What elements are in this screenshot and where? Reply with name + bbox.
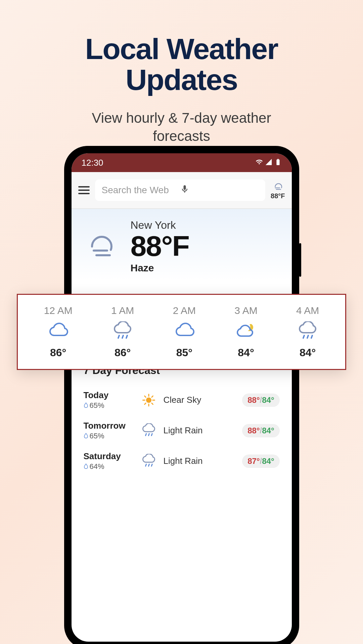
forecast-day: Tomorrow65% — [84, 421, 134, 440]
forecast-day: Today65% — [84, 390, 134, 410]
phone-screen: 12:30 Search the Web — [72, 153, 292, 642]
sun-icon — [139, 393, 159, 408]
current-weather-panel: New York 88°F Haze — [72, 209, 292, 280]
haze-icon — [271, 181, 285, 192]
forecast-humidity: 65% — [84, 401, 134, 410]
forecast-humidity: 64% — [84, 462, 134, 471]
forecast-row[interactable]: Saturday64%Light Rain87°/84° — [82, 446, 282, 476]
promo-title: Local Weather Updates — [0, 0, 363, 96]
forecast-temps: 88°/84° — [242, 424, 279, 437]
hourly-time: 2 AM — [173, 305, 196, 316]
forecast-day-name: Saturday — [84, 451, 134, 462]
hourly-item[interactable]: 12 AM86° — [44, 305, 73, 359]
forecast-day: Saturday64% — [84, 451, 134, 471]
phone-frame: 12:30 Search the Web — [64, 146, 299, 644]
cell-signal-icon — [265, 158, 272, 168]
forecast-high: 87° — [247, 457, 260, 466]
rain-icon — [111, 320, 134, 343]
status-time: 12:30 — [82, 158, 103, 168]
forecast-row[interactable]: Tomorrow65%Light Rain88°/84° — [82, 415, 282, 446]
search-placeholder: Search the Web — [102, 185, 180, 196]
toolbar-weather-temp: 88°F — [271, 192, 285, 200]
rain-icon — [139, 423, 159, 438]
status-bar: 12:30 — [72, 153, 292, 172]
hourly-time: 4 AM — [296, 305, 319, 316]
forecast-list[interactable]: Today65%Clear Sky88°/84°Tomorrow65%Light… — [82, 385, 282, 476]
hourly-temp: 84° — [234, 346, 257, 359]
forecast-condition: Light Rain — [164, 425, 238, 436]
forecast-humidity: 65% — [84, 432, 134, 440]
hourly-item[interactable]: 3 AM84° — [234, 305, 257, 359]
current-temp: 88°F — [131, 231, 189, 260]
battery-icon — [274, 158, 282, 168]
microphone-icon[interactable] — [180, 184, 259, 196]
hourly-item[interactable]: 2 AM85° — [173, 305, 196, 359]
status-icons — [256, 158, 282, 168]
promo-subtitle-line2: forecasts — [0, 127, 363, 146]
hourly-time: 1 AM — [111, 305, 134, 316]
forecast-condition: Light Rain — [164, 456, 238, 466]
search-input[interactable]: Search the Web — [95, 179, 266, 201]
hourly-forecast-callout[interactable]: 12 AM86°1 AM86°2 AM85°3 AM84°4 AM84° — [17, 294, 346, 370]
forecast-temps: 87°/84° — [242, 454, 279, 468]
forecast-low: 84° — [262, 395, 274, 405]
forecast-high: 88° — [247, 395, 260, 405]
forecast-temps: 88°/84° — [242, 393, 279, 407]
promo-subtitle: View hourly & 7-day weather forecasts — [0, 109, 363, 146]
promo-title-line1: Local Weather — [0, 34, 363, 64]
rain-icon — [139, 454, 159, 469]
promo-subtitle-line1: View hourly & 7-day weather — [0, 109, 363, 127]
hourly-item[interactable]: 4 AM84° — [296, 305, 319, 359]
current-weather-info: New York 88°F Haze — [131, 219, 189, 274]
hourly-temp: 85° — [173, 346, 196, 359]
night-cloud-icon — [234, 320, 257, 343]
hourly-temp: 86° — [111, 346, 134, 359]
app-toolbar: Search the Web 88°F — [72, 172, 292, 209]
forecast-high: 88° — [247, 426, 260, 435]
rain-icon — [296, 320, 319, 343]
cloudy-icon — [173, 320, 196, 343]
droplet-icon — [84, 462, 88, 471]
hourly-item[interactable]: 1 AM86° — [111, 305, 134, 359]
forecast-low: 84° — [262, 426, 274, 435]
forecast-day-name: Today — [84, 390, 134, 400]
cloudy-icon — [44, 320, 73, 343]
phone-power-button — [299, 243, 301, 277]
forecast-row[interactable]: Today65%Clear Sky88°/84° — [82, 385, 282, 415]
hourly-time: 12 AM — [44, 305, 73, 316]
hourly-time: 3 AM — [234, 305, 257, 316]
promo-title-line2: Updates — [0, 64, 363, 95]
forecast-condition: Clear Sky — [164, 395, 238, 405]
wifi-icon — [256, 158, 263, 168]
forecast-low: 84° — [262, 457, 274, 466]
droplet-icon — [84, 401, 88, 410]
forecast-day-name: Tomorrow — [84, 421, 134, 431]
menu-button[interactable] — [78, 186, 90, 194]
hourly-temp: 86° — [44, 346, 73, 359]
droplet-icon — [84, 432, 88, 440]
toolbar-weather-button[interactable]: 88°F — [271, 181, 285, 200]
current-condition: Haze — [131, 262, 189, 274]
haze-icon — [84, 230, 121, 263]
hourly-temp: 84° — [296, 346, 319, 359]
